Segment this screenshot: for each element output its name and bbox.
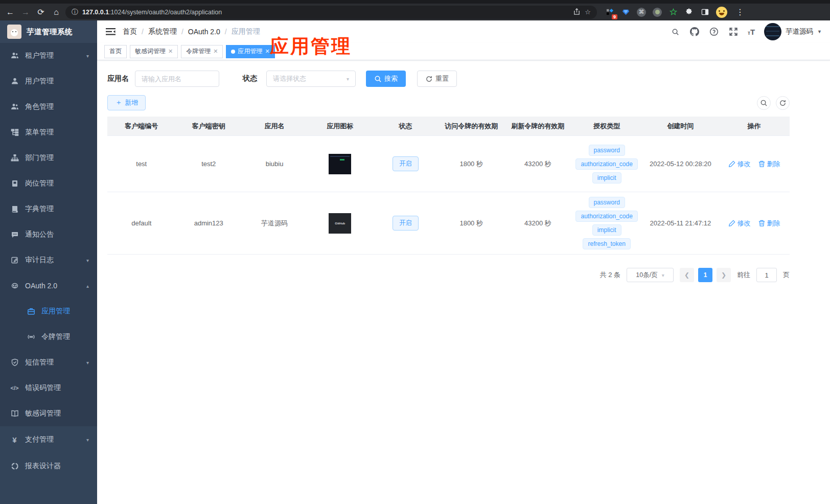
fullscreen-icon[interactable] — [728, 27, 739, 37]
delete-link[interactable]: 删除 — [758, 159, 780, 169]
reset-button[interactable]: 重置 — [417, 71, 457, 87]
briefcase-icon — [27, 307, 35, 316]
sidebar-item-notice[interactable]: 通知公告 — [0, 222, 97, 247]
page-info-icon[interactable]: ⓘ — [72, 8, 78, 17]
page-unit-label: 页 — [783, 270, 790, 280]
sidebar-item-pay[interactable]: ¥ 支付管理 ▾ — [0, 426, 97, 453]
delete-link[interactable]: 删除 — [758, 219, 780, 228]
status-select[interactable]: 请选择状态 ▾ — [266, 71, 356, 87]
sidebar-item-role[interactable]: 角色管理 — [0, 94, 97, 120]
user-menu[interactable]: 芋道源码 ▼ — [764, 23, 822, 40]
cell-secret: admin123 — [176, 219, 242, 227]
toggle-search-button[interactable] — [757, 96, 771, 110]
app-logo-bar[interactable]: 芋道管理系统 — [0, 20, 97, 43]
user-icon — [10, 77, 19, 86]
sidebar-item-dept[interactable]: 部门管理 — [0, 145, 97, 171]
sidebar-collapse-icon[interactable] — [105, 27, 116, 37]
page-content: 应用名 状态 请选择状态 ▾ 搜索 重置 — [97, 60, 790, 282]
org-tree-icon — [10, 154, 19, 163]
page-number-button[interactable]: 1 — [698, 268, 712, 282]
sidebar-item-audit-log[interactable]: 审计日志 ▾ — [0, 247, 97, 273]
edit-link[interactable]: 修改 — [728, 159, 751, 169]
status-label: 状态 — [243, 74, 257, 83]
sidebar-item-oauth2[interactable]: OAuth 2.0 ▴ — [0, 273, 97, 299]
breadcrumb-system[interactable]: 系统管理 — [148, 27, 177, 36]
github-icon[interactable] — [689, 27, 700, 37]
cell-refresh-ttl: 43200 秒 — [504, 219, 571, 228]
extension-recorder-icon[interactable] — [653, 8, 662, 17]
cell-refresh-ttl: 43200 秒 — [504, 159, 571, 169]
status-badge[interactable]: 开启 — [393, 216, 419, 231]
sidebar-item-dict[interactable]: 字典管理 — [0, 196, 97, 222]
sidebar-item-report-designer[interactable]: 报表设计器 — [0, 453, 97, 479]
extension-command-icon[interactable]: ⌘ — [637, 8, 646, 17]
browser-profile-avatar[interactable] — [716, 7, 727, 18]
refresh-icon — [779, 99, 787, 107]
page-size-select[interactable]: 10条/页 ▾ — [627, 268, 674, 282]
sidebar-item-tenant[interactable]: 租户管理 ▾ — [0, 43, 97, 68]
tab-token[interactable]: 令牌管理 ✕ — [181, 45, 223, 58]
search-icon[interactable] — [670, 27, 680, 37]
bookmark-star-icon[interactable]: ☆ — [585, 8, 591, 16]
back-button[interactable]: ← — [4, 6, 16, 18]
share-icon[interactable] — [573, 8, 581, 17]
prev-page-button[interactable]: ❮ — [680, 268, 694, 282]
applications-table: 客户端编号 客户端密钥 应用名 应用图标 状态 访问令牌的有效期 刷新令牌的有效… — [107, 117, 790, 255]
search-button[interactable]: 搜索 — [366, 71, 406, 87]
sidebar-item-errcode[interactable]: </> 错误码管理 — [0, 375, 97, 401]
help-icon[interactable] — [709, 27, 719, 37]
sidebar-item-menu[interactable]: 菜单管理 — [0, 120, 97, 145]
close-icon[interactable]: ✕ — [168, 48, 173, 55]
sidebar-item-user[interactable]: 用户管理 — [0, 68, 97, 94]
yen-icon: ¥ — [10, 436, 19, 444]
sidebar-item-sensitive-word[interactable]: 敏感词管理 — [0, 401, 97, 426]
extensions-puzzle-icon[interactable] — [684, 8, 694, 17]
reload-button[interactable]: ⟳ — [35, 6, 47, 18]
add-button[interactable]: ＋ 新增 — [107, 95, 146, 110]
tab-sensitive-word[interactable]: 敏感词管理 ✕ — [130, 45, 178, 58]
app-name-input[interactable] — [135, 71, 219, 87]
home-button[interactable]: ⌂ — [50, 6, 62, 18]
badge-icon — [10, 179, 19, 188]
navbar-actions: тT 芋道源码 ▼ — [670, 23, 822, 40]
split-view-icon[interactable] — [700, 8, 709, 17]
extension-star-icon[interactable] — [668, 8, 678, 17]
shield-icon — [10, 358, 19, 367]
open-book-icon — [10, 409, 19, 418]
total-count: 共 2 条 — [600, 270, 620, 280]
edit-doc-icon — [10, 256, 19, 265]
forward-button[interactable]: → — [19, 6, 32, 18]
sidebar-item-post[interactable]: 岗位管理 — [0, 171, 97, 196]
close-icon[interactable]: ✕ — [213, 48, 218, 55]
tab-home[interactable]: 首页 — [104, 45, 127, 58]
close-icon[interactable]: ✕ — [265, 48, 269, 55]
app-icon-image[interactable]: GitHub — [329, 213, 351, 234]
cell-app-name: biubiu — [242, 160, 307, 168]
app-icon-image[interactable] — [329, 154, 351, 174]
menu-tree-icon — [10, 128, 19, 137]
extension-gem-icon[interactable] — [621, 8, 630, 17]
refresh-table-button[interactable] — [776, 96, 790, 110]
goto-page-input[interactable] — [756, 268, 777, 282]
chevron-down-icon: ▾ — [347, 76, 349, 82]
sidebar-item-sms[interactable]: 短信管理 ▾ — [0, 350, 97, 375]
chevron-down-icon: ▾ — [86, 360, 89, 365]
next-page-button[interactable]: ❯ — [717, 268, 731, 282]
navbar: 首页 / 系统管理 / OAuth 2.0 / 应用管理 тT 芋道源码 ▼ — [97, 20, 830, 43]
status-badge[interactable]: 开启 — [393, 156, 419, 171]
sidebar-item-oauth2-token[interactable]: 令牌管理 — [0, 324, 97, 350]
breadcrumb-oauth2[interactable]: OAuth 2.0 — [188, 28, 220, 36]
browser-menu-icon[interactable]: ⋮ — [734, 6, 746, 18]
extension-blue-badge-icon[interactable]: 9 — [605, 8, 614, 17]
segmented-circle-icon — [10, 462, 19, 471]
breadcrumb-home[interactable]: 首页 — [123, 27, 137, 36]
font-size-icon[interactable]: тT — [748, 28, 755, 36]
sidebar-item-oauth2-application[interactable]: 应用管理 — [0, 299, 97, 324]
tab-application[interactable]: 应用管理 ✕ — [226, 45, 274, 58]
users-icon — [10, 52, 19, 60]
edit-link[interactable]: 修改 — [728, 219, 751, 228]
pencil-icon — [728, 219, 736, 227]
role-icon — [10, 103, 19, 111]
url-bar[interactable]: ⓘ 127.0.0.1:1024/system/oauth2/oauth2/ap… — [65, 6, 597, 19]
chevron-down-icon: ▾ — [662, 272, 664, 278]
